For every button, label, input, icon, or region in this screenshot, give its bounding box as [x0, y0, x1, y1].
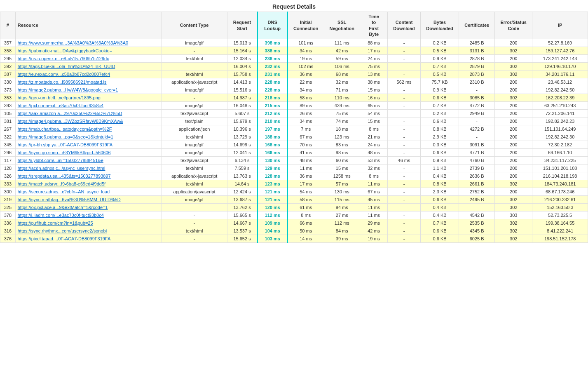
- cell-num: 316: [0, 227, 16, 235]
- resource-link[interactable]: https://us-u.openx.n...e8-a515-7909b1c12…: [18, 56, 109, 61]
- cell-resource[interactable]: https://image2.pubma...HwW4W8&google_cve…: [15, 86, 162, 94]
- cell-resource[interactable]: https://us-u.openx.n...e8-a515-7909b1c12…: [15, 55, 162, 63]
- resource-link[interactable]: https://pxl.connexit...e3ac70c0f-tuct93b…: [18, 103, 104, 108]
- cell-request-start: 16.004 s: [227, 63, 257, 70]
- cell-resource[interactable]: https://image6.pubma...pa=0&sec=1&kdntui…: [15, 133, 162, 141]
- cell-resource[interactable]: https://acdn.adnxs.c.../async_usersync.h…: [15, 164, 162, 172]
- cell-resource[interactable]: https://srepdata.usa...435&ts=1503277893…: [15, 172, 162, 180]
- col-initial-connection: InitialConnection: [288, 12, 324, 39]
- cell-resource[interactable]: https://p.rfihub.com/cm?in=1&pub=25: [15, 219, 162, 227]
- cell-dns-lookup: 121 ms: [258, 188, 288, 196]
- cell-initial: 61 ms: [288, 204, 324, 211]
- resource-link[interactable]: https://srepdata.usa...435&ts=1503277893…: [18, 174, 111, 179]
- resource-link[interactable]: https://sync.rhythmx...com/usersync2/son…: [18, 228, 107, 233]
- cell-num: 326: [0, 172, 16, 180]
- cell-resource[interactable]: https://match.adsrvr...f9-6ba8-e69ed4f9d…: [15, 180, 162, 188]
- cell-request-start: 12.034 s: [227, 55, 257, 63]
- resource-link[interactable]: https://geo-um.btrll...xel/partner/1895.…: [18, 95, 101, 100]
- cell-certificates: 2873 B: [459, 70, 495, 78]
- cell-resource[interactable]: https://ox.pxl.ace.a...9&extMatch=1&rcod…: [15, 204, 162, 211]
- cell-dns-lookup: 228 ms: [258, 78, 288, 86]
- cell-resource[interactable]: https://pr-bh.ybp.ya...0F-ACA7-DB8099F31…: [15, 141, 162, 149]
- cell-content-type: application/javascript: [162, 188, 227, 196]
- cell-content-download: -: [388, 204, 421, 211]
- resource-link[interactable]: https://image6.pubma...pa=0&sec=1&kdntui…: [18, 134, 113, 139]
- cell-error-status: 302: [495, 196, 532, 204]
- resource-link[interactable]: https://sync.mathtag...6val%3D%5BMM_UUID…: [18, 197, 121, 202]
- resource-link[interactable]: https://match.adsrvr...f9-6ba8-e69ed4f9d…: [18, 181, 105, 186]
- cell-dns-lookup: 120 ms: [258, 204, 288, 211]
- resource-link[interactable]: https://acdn.adnxs.c.../async_usersync.h…: [18, 166, 105, 171]
- resource-link[interactable]: https://image4.pubma...3WZozSRfavW8B9KmX…: [18, 119, 123, 124]
- cell-resource[interactable]: https://aax.amazon-a...2970x250%22%5D%7D…: [15, 110, 162, 117]
- resource-link[interactable]: https://pr-bh.ybp.ya...0F-ACA7-DB8099F31…: [18, 142, 113, 147]
- col-num: #: [0, 12, 16, 39]
- cell-error-status: 200: [495, 39, 532, 47]
- resource-link[interactable]: https://mab.chartbea...satoday.com&path=…: [18, 127, 112, 132]
- cell-resource[interactable]: https://tags.bluekai...ola_hm%3D%24_BK_U…: [15, 63, 162, 70]
- cell-request-start: 12.041 s: [227, 149, 257, 157]
- cell-certificates: 2310 B: [459, 78, 495, 86]
- cell-initial: 48 ms: [288, 157, 324, 164]
- resource-link[interactable]: https://e.nexac.com/...c50a3b87cd2c0007e…: [18, 72, 110, 77]
- cell-request-start: 12.424 s: [227, 188, 257, 196]
- cell-request-start: 14.987 s: [227, 94, 257, 102]
- cell-error-status: 200: [495, 117, 532, 125]
- cell-request-start: 10.396 s: [227, 125, 257, 133]
- cell-resource[interactable]: https://www.summerha...3A%3A0%3A%3A0%3A%…: [15, 39, 162, 47]
- cell-resource[interactable]: https://sync.mathtag...6val%3D%5BMM_UUID…: [15, 196, 162, 204]
- cell-num: 330: [0, 78, 16, 86]
- cell-ip: 72.30.2.182: [532, 141, 588, 149]
- cell-ssl: 15 ms: [324, 164, 360, 172]
- cell-resource[interactable]: https://z.moatads.co...l989586921/moatad…: [15, 78, 162, 86]
- cell-initial: 101 ms: [288, 39, 324, 47]
- cell-time-first-byte: 32 ms: [360, 164, 388, 172]
- cell-resource[interactable]: https://sync.rhythmx...com/usersync2/son…: [15, 227, 162, 235]
- cell-resource[interactable]: https://mab.chartbea...satoday.com&path=…: [15, 125, 162, 133]
- resource-link[interactable]: https://image2.pubma...HwW4W8&google_cve…: [18, 87, 118, 92]
- cell-content-download: -: [388, 188, 421, 196]
- resource-link[interactable]: https://z.moatads.co...l989586921/moatad…: [18, 80, 107, 85]
- resource-link[interactable]: https://www.summerha...3A%3A0%3A%3A0%3A%…: [18, 40, 128, 45]
- cell-content-download: -: [388, 133, 421, 141]
- cell-num: 336: [0, 219, 16, 227]
- resource-link[interactable]: https://sync.go.sono...iF3YM9kBI&pid=560…: [18, 150, 111, 155]
- cell-resource[interactable]: https://pubmatic-mat...DAw&piggybackCook…: [15, 47, 162, 55]
- cell-content-type: -: [162, 204, 227, 211]
- cell-resource[interactable]: https://i.yldbt.com/...ini=1503277888451…: [15, 157, 162, 164]
- cell-error-status: 200: [495, 164, 532, 172]
- resource-link[interactable]: https://pixel.tapad....0F-ACA7-DB8099F31…: [18, 236, 111, 241]
- cell-resource[interactable]: https://e.nexac.com/...c50a3b87cd2c0007e…: [15, 70, 162, 78]
- resource-link[interactable]: https://i.yldbt.com/...ini=1503277888451…: [18, 158, 103, 163]
- cell-resource[interactable]: https://image4.pubma...3WZozSRfavW8B9KmX…: [15, 117, 162, 125]
- resource-link[interactable]: https://aax.amazon-a...2970x250%22%5D%7D…: [18, 111, 122, 116]
- cell-ssl: 75 ms: [324, 110, 360, 117]
- resource-link[interactable]: https://pubmatic-mat...DAw&piggybackCook…: [18, 48, 112, 53]
- cell-resource[interactable]: https://secure.adnxs...c?cbfn=AN_async_l…: [15, 188, 162, 196]
- cell-ip: 34.231.117.225: [532, 157, 588, 164]
- cell-certificates: -: [459, 133, 495, 141]
- cell-resource[interactable]: https://i.liadm.com/...e3ac70c0f-tuct93b…: [15, 211, 162, 219]
- cell-content-type: text/html: [162, 180, 227, 188]
- cell-content-type: image/gif: [162, 39, 227, 47]
- cell-initial: 102 ms: [288, 63, 324, 70]
- resource-link[interactable]: https://p.rfihub.com/cm?in=1&pub=25: [18, 221, 93, 226]
- resource-link[interactable]: https://secure.adnxs...c?cbfn=AN_async_l…: [18, 189, 110, 194]
- cell-dns-lookup: 238 ms: [258, 55, 288, 63]
- resource-link[interactable]: https://i.liadm.com/...e3ac70c0f-tuct93b…: [18, 213, 104, 218]
- cell-error-status: 200: [495, 149, 532, 157]
- cell-request-start: 15.164 s: [227, 47, 257, 55]
- cell-resource[interactable]: https://pxl.connexit...e3ac70c0f-tuct93b…: [15, 102, 162, 110]
- table-row: 358https://pubmatic-mat...DAw&piggybackC…: [0, 47, 588, 55]
- table-row: 373https://image2.pubma...HwW4W8&google_…: [0, 86, 588, 94]
- cell-resource[interactable]: https://pixel.tapad....0F-ACA7-DB8099F31…: [15, 235, 162, 243]
- cell-ip: 192.82.242.50: [532, 86, 588, 94]
- cell-resource[interactable]: https://sync.go.sono...iF3YM9kBI&pid=560…: [15, 149, 162, 157]
- resource-link[interactable]: https://tags.bluekai...ola_hm%3D%24_BK_U…: [18, 64, 115, 69]
- cell-bytes-downloaded: 0.7 KB: [420, 102, 459, 110]
- cell-resource[interactable]: https://geo-um.btrll...xel/partner/1895.…: [15, 94, 162, 102]
- cell-ip: 68.67.178.246: [532, 188, 588, 196]
- cell-content-download: -: [388, 172, 421, 180]
- resource-link[interactable]: https://ox.pxl.ace.a...9&extMatch=1&rcod…: [18, 205, 108, 210]
- cell-num: 296: [0, 149, 16, 157]
